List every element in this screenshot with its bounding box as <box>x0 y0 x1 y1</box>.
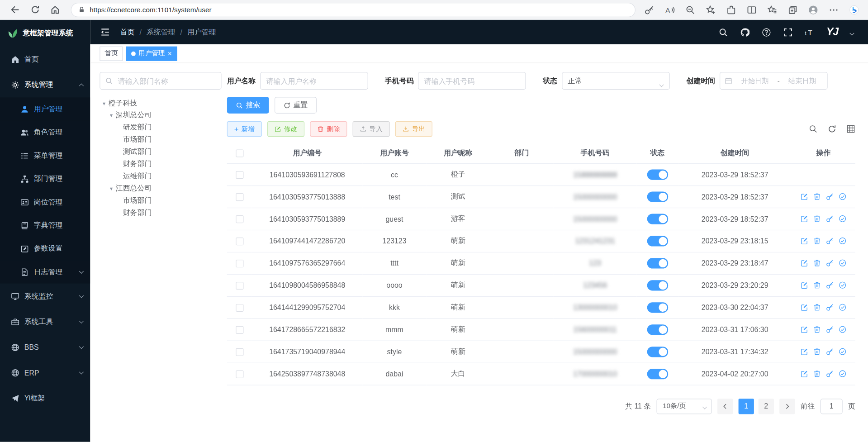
status-toggle[interactable] <box>647 236 668 246</box>
page-size-select[interactable]: 10条/页 <box>656 399 711 414</box>
password-key-icon[interactable] <box>645 5 655 14</box>
tree-node[interactable]: ▾深圳总公司 <box>100 109 221 121</box>
user-logo[interactable]: YJ <box>826 26 838 38</box>
reset-password-icon[interactable] <box>826 370 834 378</box>
read-aloud-icon[interactable]: A <box>665 5 675 14</box>
status-toggle[interactable] <box>647 258 668 268</box>
edit-icon[interactable] <box>801 193 808 200</box>
tree-node[interactable]: 市场部门 <box>100 195 221 207</box>
edit-icon[interactable] <box>801 281 808 289</box>
reset-password-icon[interactable] <box>826 215 834 223</box>
sidebar-item-user-management[interactable]: 用户管理 <box>0 97 90 120</box>
row-checkbox[interactable] <box>236 171 243 179</box>
sidebar-item-home[interactable]: 首页 <box>0 47 90 72</box>
reset-password-icon[interactable] <box>826 237 834 245</box>
tab-close-icon[interactable]: × <box>168 50 172 57</box>
row-checkbox[interactable] <box>236 215 243 223</box>
row-checkbox[interactable] <box>236 304 243 312</box>
delete-button[interactable]: 删除 <box>310 121 347 137</box>
delete-icon[interactable] <box>813 259 821 267</box>
delete-icon[interactable] <box>813 348 821 356</box>
reset-password-icon[interactable] <box>826 193 834 200</box>
sidebar-item-bbs[interactable]: BBS <box>0 334 90 360</box>
date-range-picker[interactable]: 开始日期 - 结束日期 <box>720 72 828 90</box>
reset-password-icon[interactable] <box>826 348 834 356</box>
assign-role-icon[interactable] <box>839 237 846 245</box>
github-icon[interactable] <box>740 28 749 37</box>
delete-icon[interactable] <box>813 193 821 200</box>
next-page-button[interactable] <box>779 399 795 414</box>
tree-node[interactable]: 运维部门 <box>100 170 221 182</box>
assign-role-icon[interactable] <box>839 304 846 311</box>
assign-role-icon[interactable] <box>839 193 846 200</box>
sidebar-item-yi-framework[interactable]: Yi框架 <box>0 385 90 411</box>
more-options-icon[interactable] <box>829 5 839 14</box>
tree-expand-caret-icon[interactable]: ▾ <box>107 112 116 118</box>
sidebar-item-post-management[interactable]: 岗位管理 <box>0 190 90 214</box>
breadcrumb-item[interactable]: 系统管理 <box>147 27 175 37</box>
sidebar-item-menu-management[interactable]: 菜单管理 <box>0 144 90 167</box>
bing-copilot-icon[interactable] <box>849 5 859 14</box>
tree-node[interactable]: ▾江西总公司 <box>100 182 221 195</box>
sidebar-item-dict-management[interactable]: 字典管理 <box>0 214 90 237</box>
delete-icon[interactable] <box>813 281 821 289</box>
delete-icon[interactable] <box>813 326 821 333</box>
row-checkbox[interactable] <box>236 260 243 267</box>
status-toggle[interactable] <box>647 169 668 180</box>
row-checkbox[interactable] <box>236 193 243 201</box>
tree-node[interactable]: 市场部门 <box>100 133 221 146</box>
import-button[interactable]: 导入 <box>353 121 390 137</box>
zoom-icon[interactable] <box>685 5 695 14</box>
tab-user-management[interactable]: 用户管理× <box>126 46 177 61</box>
row-checkbox[interactable] <box>236 326 243 334</box>
tree-expand-caret-icon[interactable]: ▾ <box>107 185 116 191</box>
reset-button[interactable]: 重置 <box>275 97 317 114</box>
assign-role-icon[interactable] <box>839 215 846 223</box>
browser-home-button[interactable] <box>47 3 62 17</box>
page-button-2[interactable]: 2 <box>759 399 774 414</box>
favorites-icon[interactable] <box>767 5 777 14</box>
tree-node[interactable]: 财务部门 <box>100 158 221 170</box>
sidebar-item-dept-management[interactable]: 部门管理 <box>0 167 90 190</box>
sidebar-item-erp[interactable]: ERP <box>0 360 90 385</box>
goto-page-input[interactable] <box>821 399 843 414</box>
sidebar-item-system-tools[interactable]: 系统工具 <box>0 309 90 334</box>
reset-password-icon[interactable] <box>826 281 834 289</box>
address-bar[interactable]: https://ccnetcore.com:1101/system/user <box>71 3 636 17</box>
prev-page-button[interactable] <box>717 399 733 414</box>
delete-icon[interactable] <box>813 304 821 311</box>
modify-button[interactable]: 修改 <box>267 121 304 137</box>
tree-node[interactable]: ▾橙子科技 <box>100 97 221 109</box>
column-settings-icon[interactable] <box>846 124 855 133</box>
tree-expand-caret-icon[interactable]: ▾ <box>100 100 109 106</box>
browser-back-button[interactable] <box>8 3 22 17</box>
sidebar-item-log-management[interactable]: 日志管理 <box>0 260 90 283</box>
tree-node[interactable]: 测试部门 <box>100 146 221 158</box>
status-toggle[interactable] <box>647 368 668 379</box>
edit-icon[interactable] <box>801 237 808 245</box>
reset-password-icon[interactable] <box>826 326 834 333</box>
row-checkbox[interactable] <box>236 238 243 245</box>
dept-search-input[interactable] <box>100 72 221 90</box>
add-favorite-icon[interactable] <box>706 5 716 14</box>
sidebar-item-system-monitor[interactable]: 系统监控 <box>0 284 90 309</box>
chevron-down-icon[interactable] <box>850 27 854 37</box>
sidebar-item-param-settings[interactable]: 参数设置 <box>0 237 90 260</box>
header-search-icon[interactable] <box>718 28 728 37</box>
delete-icon[interactable] <box>813 370 821 378</box>
status-toggle[interactable] <box>647 191 668 202</box>
assign-role-icon[interactable] <box>839 259 846 267</box>
phone-input[interactable] <box>418 72 526 90</box>
app-logo[interactable]: 意框架管理系统 <box>0 20 90 47</box>
breadcrumb-item[interactable]: 首页 <box>120 27 135 37</box>
refresh-icon[interactable] <box>828 124 837 133</box>
add-button[interactable]: + 新增 <box>227 121 262 137</box>
status-toggle[interactable] <box>647 280 668 290</box>
sidebar-item-role-management[interactable]: 角色管理 <box>0 121 90 144</box>
extensions-icon[interactable] <box>726 5 736 14</box>
username-input[interactable] <box>260 72 368 90</box>
assign-role-icon[interactable] <box>839 348 846 356</box>
help-icon[interactable] <box>762 28 771 37</box>
status-toggle[interactable] <box>647 324 668 335</box>
profile-avatar[interactable] <box>808 5 818 14</box>
